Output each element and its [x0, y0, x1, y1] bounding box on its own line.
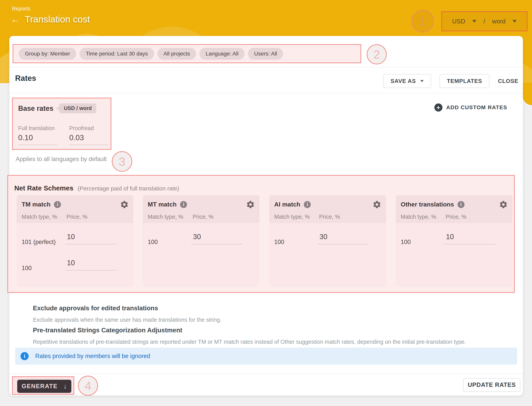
info-icon[interactable]: i — [458, 201, 465, 208]
price-input[interactable]: 30 — [318, 233, 369, 244]
match-type-column-label: Match type, % — [401, 214, 436, 220]
gear-icon[interactable] — [499, 200, 508, 209]
rate-card-other-translations: Other translations i Match type, % Price… — [396, 195, 512, 287]
base-rates-panel: Base rates USD / word Full translation 0… — [12, 98, 111, 150]
arrow-down-icon: ↓ — [63, 383, 67, 390]
rate-card-title: MT match — [148, 201, 176, 208]
templates-button[interactable]: TEMPLATES — [440, 74, 489, 88]
rates-section-title: Rates — [15, 74, 36, 83]
filter-chip-language[interactable]: Language: All — [199, 48, 245, 60]
price-column-label: Price, % — [319, 214, 340, 220]
chevron-down-icon — [420, 80, 424, 82]
price-input[interactable]: 10 — [444, 233, 495, 244]
filter-chip-projects[interactable]: All projects — [157, 48, 196, 60]
rate-card-title: TM match — [22, 201, 51, 208]
save-as-label: SAVE AS — [391, 78, 416, 84]
full-translation-input[interactable]: 0.10 — [18, 133, 57, 145]
divider — [9, 374, 523, 374]
rate-card-ai-match: AI match i Match type, % Price, % 100 30 — [269, 195, 386, 287]
add-custom-rates-label: ADD CUSTOM RATES — [446, 104, 507, 111]
page-title: Translation cost — [25, 14, 90, 25]
annotation-circle-4: 4 — [78, 376, 98, 396]
option-description: Exclude approvals when the same user has… — [33, 317, 221, 323]
match-type-column-label: Match type, % — [148, 214, 183, 220]
translation-cost-page: Reports ← Translation cost USD / word 1 … — [0, 0, 532, 406]
divider — [9, 93, 523, 93]
unit-select[interactable]: word — [492, 18, 505, 25]
rate-card-tm-match: TM match i Match type, % Price, % 101 (p… — [17, 195, 133, 287]
info-icon[interactable]: i — [180, 201, 187, 208]
divider — [9, 67, 523, 67]
net-rate-schemes-title: Net Rate Schemes — [14, 184, 73, 192]
match-type-column-label: Match type, % — [22, 214, 57, 220]
gear-icon[interactable] — [372, 200, 381, 209]
match-type-value: 100 — [274, 239, 284, 246]
match-type-value: 101 (perfect) — [22, 239, 56, 246]
generate-highlight-box: GENERATE ↓ — [12, 376, 74, 395]
option-description: Repetitive translations of pre-translate… — [33, 339, 466, 345]
price-column-label: Price, % — [193, 214, 213, 220]
filter-chip-group-by[interactable]: Group by: Member — [19, 48, 76, 60]
gear-icon[interactable] — [120, 200, 129, 209]
applies-note: Applies to all languages by default — [16, 156, 107, 163]
price-column-label: Price, % — [66, 214, 87, 220]
rate-card-mt-match: MT match i Match type, % Price, % 100 30 — [143, 195, 260, 287]
info-icon[interactable]: i — [54, 201, 61, 208]
templates-label: TEMPLATES — [447, 78, 482, 84]
full-translation-label: Full translation — [18, 125, 57, 131]
chevron-down-icon[interactable] — [472, 20, 476, 23]
chevron-down-icon[interactable] — [512, 20, 517, 23]
page-title-row: ← Translation cost — [11, 14, 90, 25]
plus-icon: + — [434, 103, 443, 112]
back-arrow-icon[interactable]: ← — [11, 15, 20, 24]
proofread-label: Proofread — [69, 125, 108, 131]
net-rate-schemes-panel: Net Rate Schemes (Percentage paid of ful… — [7, 175, 515, 293]
info-icon[interactable]: i — [304, 201, 311, 208]
generate-label: GENERATE — [22, 383, 58, 390]
close-button[interactable]: CLOSE — [498, 78, 518, 84]
base-rates-title: Base rates — [18, 104, 53, 113]
rate-card-title: Other translations — [401, 201, 454, 208]
rate-card-title: AI match — [274, 201, 300, 208]
add-custom-rates-button[interactable]: + ADD CUSTOM RATES — [434, 103, 507, 112]
net-rate-schemes-title-row: Net Rate Schemes (Percentage paid of ful… — [14, 184, 179, 192]
info-banner: i Rates provided by members will be igno… — [15, 348, 517, 365]
annotation-circle-3: 3 — [112, 151, 132, 172]
full-translation-field: Full translation 0.10 — [18, 125, 57, 145]
header-wave-tail — [523, 83, 532, 105]
unit-separator: / — [483, 18, 485, 25]
base-rates-title-row: Base rates USD / word — [18, 103, 96, 113]
breadcrumb[interactable]: Reports — [12, 6, 30, 12]
info-banner-text: Rates provided by members will be ignore… — [35, 353, 150, 360]
match-type-value: 100 — [401, 239, 411, 246]
filter-chip-time-period[interactable]: Time period: Last 30 days — [80, 48, 154, 60]
save-as-button[interactable]: SAVE AS — [383, 74, 431, 88]
match-type-value: 100 — [148, 239, 158, 246]
filter-chip-users[interactable]: Users: All — [248, 48, 283, 60]
price-input[interactable]: 10 — [65, 259, 116, 270]
filter-chips-row: Group by: Member Time period: Last 30 da… — [13, 44, 361, 63]
net-rate-schemes-subtitle: (Percentage paid of full translation rat… — [78, 185, 179, 192]
annotation-circle-1: 1 — [412, 10, 434, 32]
base-rates-unit-tag: USD / word — [59, 103, 96, 113]
price-input[interactable]: 30 — [191, 233, 242, 244]
price-input[interactable]: 10 — [65, 233, 116, 244]
proofread-field: Proofread 0.03 — [69, 125, 108, 145]
currency-unit-selector: USD / word — [441, 11, 528, 31]
update-rates-button[interactable]: UPDATE RATES — [463, 378, 520, 392]
match-type-column-label: Match type, % — [274, 214, 310, 220]
option-label: Exclude approvals for edited translation… — [33, 304, 158, 312]
gear-icon[interactable] — [246, 200, 255, 209]
currency-select[interactable]: USD — [452, 18, 465, 25]
annotation-circle-2: 2 — [367, 44, 387, 64]
price-column-label: Price, % — [445, 214, 466, 220]
match-type-value: 100 — [22, 265, 32, 272]
proofread-input[interactable]: 0.03 — [69, 133, 108, 145]
option-label: Pre-translated Strings Categorization Ad… — [33, 326, 182, 334]
info-icon: i — [21, 352, 29, 360]
rates-actions: SAVE AS TEMPLATES CLOSE — [383, 74, 518, 88]
generate-button[interactable]: GENERATE ↓ — [17, 380, 71, 393]
